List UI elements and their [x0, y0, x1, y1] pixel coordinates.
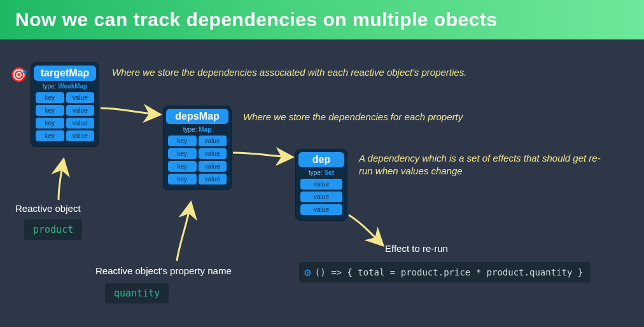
depsmap-box: depsMap type: Map keyvalue keyvalue keyv… — [163, 106, 232, 190]
dep-rows: value value value — [298, 179, 344, 215]
reactive-prop-label: Reactive object's property name — [95, 265, 232, 276]
targetmap-title: targetMap — [34, 66, 96, 81]
table-row: keyvalue — [168, 161, 227, 172]
depsmap-desc: Where we store the dependencies for each… — [243, 111, 587, 123]
dep-title: dep — [298, 152, 344, 167]
effect-code: ⚙ () => { total = product.price * produc… — [299, 262, 591, 282]
target-icon: 🎯 — [10, 67, 27, 83]
table-row: keyvalue — [168, 174, 227, 184]
depsmap-rows: keyvalue keyvalue keyvalue keyvalue — [166, 136, 228, 184]
table-row: keyvalue — [36, 92, 94, 103]
table-row: value — [300, 204, 342, 215]
depsmap-title: depsMap — [166, 109, 228, 124]
gear-icon: ⚙ — [304, 267, 311, 278]
diagram-canvas: 🎯 targetMap type: WeakMap keyvalue keyva… — [0, 39, 644, 327]
table-row: keyvalue — [168, 148, 227, 159]
slide-header: Now we can track dependencies on multipl… — [0, 0, 644, 39]
targetmap-rows: keyvalue keyvalue keyvalue keyvalue — [34, 92, 96, 141]
dep-box: dep type: Set value value value — [295, 149, 347, 221]
product-chip: product — [24, 219, 82, 240]
effect-code-text: () => { total = product.price * product.… — [315, 267, 583, 277]
table-row: value — [300, 191, 342, 202]
targetmap-desc: Where we store the dependencies associat… — [112, 66, 583, 79]
dep-type: type: Set — [298, 169, 344, 176]
table-row: keyvalue — [36, 130, 94, 141]
targetmap-type: type: WeakMap — [34, 83, 96, 90]
table-row: keyvalue — [168, 136, 227, 146]
effect-label: Effect to re-run — [385, 243, 448, 254]
reactive-object-label: Reactive object — [15, 203, 81, 214]
depsmap-type: type: Map — [166, 126, 228, 133]
table-row: value — [300, 179, 342, 190]
targetmap-box: targetMap type: WeakMap keyvalue keyvalu… — [31, 62, 99, 147]
table-row: keyvalue — [36, 118, 94, 129]
table-row: keyvalue — [36, 105, 94, 116]
quantity-chip: quantity — [105, 283, 169, 303]
dep-desc: A dependency which is a set of effects t… — [359, 152, 613, 178]
slide-title: Now we can track dependencies on multipl… — [15, 9, 498, 31]
